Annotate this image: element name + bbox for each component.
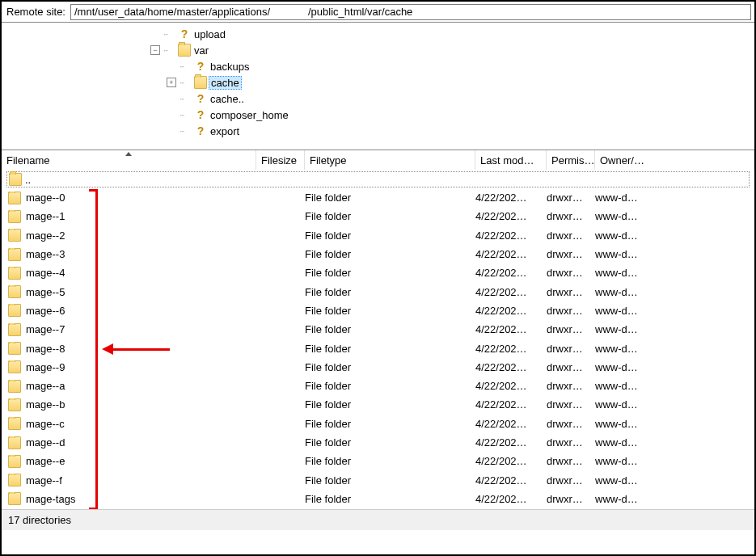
folder-icon [8,248,21,261]
tree-node-label: backups [209,61,251,73]
parent-dir-label: .. [25,174,31,186]
file-permissions: drwxr… [547,286,595,298]
list-item[interactable]: mage--eFile folder4/22/202…drwxr…www-d… [2,452,754,470]
file-owner: www-d… [595,418,648,430]
file-owner: www-d… [595,210,648,222]
file-name: mage--6 [26,305,65,317]
file-owner: www-d… [595,361,648,373]
file-modified: 4/22/202… [475,323,547,335]
list-item[interactable]: mage--aFile folder4/22/202…drwxr…www-d… [2,377,754,395]
tree-node-label: cache.. [209,93,246,105]
tree-node[interactable]: ···?cache.. [149,91,754,107]
file-permissions: drwxr… [547,192,595,204]
file-permissions: drwxr… [547,398,595,411]
list-item[interactable]: mage--1File folder4/22/202…drwxr…www-d… [2,207,754,225]
list-item[interactable]: mage--3File folder4/22/202…drwxr…www-d… [2,245,754,263]
expand-icon[interactable]: + [167,78,176,87]
col-owner[interactable]: Owner/… [595,150,754,170]
file-type: File folder [305,436,475,449]
list-item[interactable]: mage--5File folder4/22/202…drwxr…www-d… [2,282,754,301]
tree-node-label: composer_home [209,109,290,121]
tree-node[interactable]: −···var [149,42,754,58]
file-type: File folder [305,192,475,204]
file-permissions: drwxr… [547,380,595,392]
remote-tree-panel[interactable]: ···?upload−···var···?backups+···cache···… [2,23,754,150]
list-item[interactable]: mage--0File folder4/22/202…drwxr…www-d… [2,188,754,207]
list-item[interactable]: mage--4File folder4/22/202…drwxr…www-d… [2,263,754,282]
parent-dir-row[interactable]: .. [6,171,750,187]
tree-node[interactable]: ···?export [149,123,754,139]
file-modified: 4/22/202… [475,286,547,298]
tree-node[interactable]: +···cache [149,74,754,91]
remote-site-label: Remote site: [5,6,70,18]
list-item[interactable]: mage--9File folder4/22/202…drwxr…www-d… [2,358,754,377]
file-modified: 4/22/202… [475,248,547,260]
file-type: File folder [305,418,475,430]
file-modified: 4/22/202… [475,398,547,411]
file-owner: www-d… [595,398,648,411]
remote-path-input[interactable] [70,4,751,20]
remote-path-bar: Remote site: [2,2,754,23]
list-item[interactable]: mage--7File folder4/22/202…drwxr…www-d… [2,320,754,339]
file-modified: 4/22/202… [475,455,547,467]
file-owner: www-d… [595,192,648,204]
list-item[interactable]: mage--bFile folder4/22/202…drwxr…www-d… [2,395,754,414]
list-item[interactable]: mage--6File folder4/22/202…drwxr…www-d… [2,301,754,320]
col-permissions[interactable]: Permis… [547,150,595,170]
file-permissions: drwxr… [547,474,595,486]
folder-icon [178,44,191,57]
file-modified: 4/22/202… [475,267,547,279]
folder-icon [8,492,21,505]
tree-node[interactable]: ···?upload [149,26,754,42]
col-filename[interactable]: Filename [2,150,256,170]
file-modified: 4/22/202… [475,305,547,317]
file-type: File folder [305,493,475,505]
file-modified: 4/22/202… [475,493,547,505]
file-permissions: drwxr… [547,493,595,505]
file-name: mage--e [26,455,65,467]
folder-icon [9,173,22,186]
collapse-icon[interactable]: − [150,45,160,55]
file-modified: 4/22/202… [475,343,547,355]
file-modified: 4/22/202… [475,418,547,430]
tree-node[interactable]: ···?backups [149,58,754,74]
file-type: File folder [305,210,475,222]
file-name: mage--0 [26,192,65,204]
unknown-icon: ? [194,124,207,137]
file-permissions: drwxr… [547,455,595,467]
folder-icon [8,455,21,468]
folder-icon [8,436,21,449]
status-text: 17 directories [8,514,71,526]
list-item[interactable]: mage--8File folder4/22/202…drwxr…www-d… [2,339,754,357]
file-permissions: drwxr… [547,230,595,242]
folder-icon [8,380,21,393]
column-headers: Filename Filesize Filetype Last mod… Per… [2,150,754,170]
file-type: File folder [305,230,475,242]
file-type: File folder [305,474,475,486]
list-item[interactable]: mage--dFile folder4/22/202…drwxr…www-d… [2,433,754,452]
file-name: mage--7 [26,323,65,335]
file-modified: 4/22/202… [475,230,547,242]
list-item[interactable]: mage--fFile folder4/22/202…drwxr…www-d… [2,470,754,489]
file-name: mage--8 [26,343,65,355]
folder-icon [8,360,21,373]
file-name: mage--f [26,474,62,486]
col-filetype[interactable]: Filetype [305,150,475,170]
file-permissions: drwxr… [547,267,595,279]
tree-node[interactable]: ···?composer_home [149,107,754,123]
list-item[interactable]: mage--cFile folder4/22/202…drwxr…www-d… [2,415,754,433]
col-modified[interactable]: Last mod… [475,150,547,170]
list-item[interactable]: mage--2File folder4/22/202…drwxr…www-d… [2,226,754,245]
file-type: File folder [305,286,475,298]
list-item[interactable]: mage-tagsFile folder4/22/202…drwxr…www-d… [2,490,754,508]
remote-file-list[interactable]: Filename Filesize Filetype Last mod… Per… [2,150,754,530]
file-name: mage--3 [26,248,65,260]
file-type: File folder [305,305,475,317]
file-modified: 4/22/202… [475,436,547,449]
file-owner: www-d… [595,493,648,505]
file-name: mage--b [26,398,65,411]
file-owner: www-d… [595,267,648,279]
file-owner: www-d… [595,380,648,392]
col-filesize[interactable]: Filesize [256,150,305,170]
unknown-icon: ? [194,108,207,121]
